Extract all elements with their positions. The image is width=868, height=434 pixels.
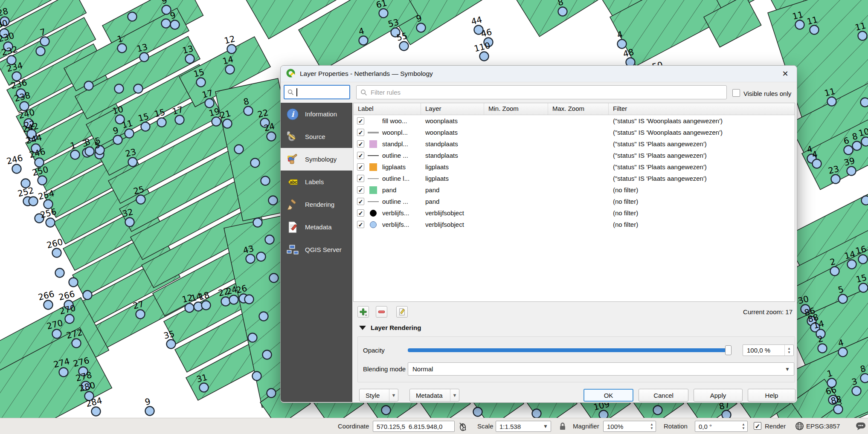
map-point-marker	[186, 55, 195, 64]
spinner-arrows-icon[interactable]: ▲▼	[648, 421, 656, 431]
add-rule-button[interactable]	[357, 306, 369, 318]
information-icon: i	[286, 107, 299, 121]
rule-row[interactable]: ✓pandpand(no filter)	[354, 184, 795, 196]
column-header-label[interactable]: Label	[354, 103, 421, 115]
map-point-marker	[136, 195, 145, 204]
rule-layer: verblijfsobject	[421, 221, 484, 228]
rule-checkbox[interactable]: ✓	[357, 129, 364, 136]
column-header-max-zoom[interactable]: Max. Zoom	[548, 103, 609, 115]
map-point-marker	[417, 23, 426, 32]
spinner-arrows-icon[interactable]: ▲▼	[784, 345, 793, 356]
map-point-marker	[202, 301, 211, 310]
rule-symbol-square-icon	[367, 186, 379, 194]
map-point-marker	[125, 218, 134, 227]
rule-row[interactable]: ✓verblijfs...verblijfsobject(no filter)	[354, 207, 795, 219]
map-point-marker	[858, 32, 867, 41]
rule-filter: (no filter)	[609, 198, 795, 205]
rule-checkbox[interactable]: ✓	[357, 221, 364, 228]
map-point-marker	[38, 176, 47, 185]
map-point-marker	[205, 99, 214, 108]
column-header-min-zoom[interactable]: Min. Zoom	[484, 103, 548, 115]
rule-row[interactable]: ✓outline l...ligplaats("status" IS 'Plaa…	[354, 173, 795, 184]
metadata-button[interactable]: Metadata ▼	[409, 389, 459, 402]
rule-checkbox[interactable]: ✓	[357, 117, 364, 124]
cancel-button[interactable]: Cancel	[639, 389, 688, 402]
remove-rule-button[interactable]	[376, 306, 387, 318]
map-point-marker	[859, 255, 868, 264]
rule-checkbox[interactable]: ✓	[357, 186, 364, 194]
magnifier-spinbox[interactable]: 100% ▲▼	[603, 421, 656, 432]
rule-filter: ("status" IS 'Plaats aangewezen')	[609, 152, 795, 159]
map-point-marker	[852, 387, 861, 396]
rule-checkbox[interactable]: ✓	[357, 163, 364, 171]
rotation-spinbox[interactable]: 0,0 ° ▲▼	[695, 421, 748, 432]
rule-layer: ligplaats	[421, 163, 484, 171]
crs-label[interactable]: EPSG:3857	[806, 422, 840, 430]
rule-checkbox[interactable]: ✓	[357, 209, 364, 217]
map-house-number-label: 10	[857, 126, 868, 138]
scale-combobox[interactable]: 1:1.538 ▼	[496, 421, 551, 432]
map-point-marker	[810, 26, 819, 35]
opacity-slider[interactable]	[408, 348, 730, 352]
chevron-down-icon[interactable]: ▼	[450, 389, 459, 401]
opacity-slider-handle[interactable]	[725, 345, 732, 355]
magnifier-value: 100%	[607, 423, 623, 430]
style-button[interactable]: Style ▼	[359, 389, 398, 402]
spinner-arrows-icon[interactable]: ▲▼	[740, 421, 747, 431]
properties-sidebar: iInformationSourceSymbologyabcLabelsRend…	[281, 103, 352, 402]
rule-row[interactable]: ✓standpl...standplaats("status" IS 'Plaa…	[354, 138, 795, 150]
rule-checkbox[interactable]: ✓	[357, 140, 364, 148]
filter-rules-input[interactable]: Filter rules	[356, 85, 727, 99]
layer-properties-dialog: Layer Properties - Netherlands — Symbolo…	[280, 65, 797, 403]
globe-icon[interactable]	[795, 422, 804, 432]
sidebar-item-metadata[interactable]: Metadata	[281, 216, 352, 238]
rule-checkbox[interactable]: ✓	[357, 198, 364, 205]
rule-checkbox[interactable]: ✓	[357, 152, 364, 159]
sidebar-item-source[interactable]: Source	[281, 125, 352, 148]
dialog-titlebar[interactable]: Layer Properties - Netherlands — Symbolo…	[281, 66, 797, 82]
rule-layer: woonplaats	[421, 117, 484, 124]
options-search-input[interactable]	[284, 85, 350, 99]
rule-label: outline ...	[382, 152, 408, 159]
lock-icon[interactable]	[559, 422, 566, 432]
map-point-marker	[379, 9, 388, 18]
render-checkbox[interactable]: ✓	[754, 422, 761, 430]
rule-row[interactable]: ✓fill woo...woonplaats("status" IS 'Woon…	[354, 115, 795, 127]
rule-checkbox[interactable]: ✓	[357, 175, 364, 182]
sidebar-item-information[interactable]: iInformation	[281, 103, 352, 125]
remove-rule-icon	[377, 308, 386, 316]
mouse-position-icon[interactable]	[458, 422, 467, 433]
close-icon[interactable]: ✕	[779, 69, 792, 78]
rules-table[interactable]: LabelLayerMin. ZoomMax. ZoomFilter ✓fill…	[353, 103, 795, 302]
map-point-marker	[253, 372, 261, 381]
chevron-down-icon[interactable]: ▼	[389, 389, 398, 401]
map-point-marker	[827, 97, 836, 106]
apply-button[interactable]: Apply	[694, 389, 743, 402]
rule-row[interactable]: ✓outline ...pand(no filter)	[354, 196, 795, 207]
edit-rule-button[interactable]	[396, 306, 408, 318]
messages-bubble-icon[interactable]	[856, 422, 866, 433]
sidebar-item-rendering[interactable]: Rendering	[281, 193, 352, 216]
column-header-filter[interactable]: Filter	[609, 103, 795, 115]
map-point-marker	[55, 269, 64, 278]
coordinate-input[interactable]: 570.125,5 6.815.948,0	[373, 421, 455, 432]
rule-row[interactable]: ✓ligplaatsligplaats("status" IS 'Plaats …	[354, 161, 795, 173]
column-header-layer[interactable]: Layer	[421, 103, 484, 115]
sidebar-item-qgis-server[interactable]: QGIS Server	[281, 238, 352, 261]
map-point-marker	[72, 339, 81, 348]
visible-rules-only-checkbox[interactable]	[732, 89, 740, 97]
sidebar-item-symbology[interactable]: Symbology	[281, 148, 352, 171]
opacity-spinbox[interactable]: 100,0 % ▲▼	[743, 344, 794, 356]
rule-row[interactable]: ✓verblijfs...verblijfsobject(no filter)	[354, 219, 795, 230]
rules-table-header[interactable]: LabelLayerMin. ZoomMax. ZoomFilter	[354, 103, 795, 115]
map-point-marker	[830, 267, 839, 276]
map-point-marker	[227, 45, 236, 54]
qgis-server-icon	[286, 243, 299, 257]
rule-row[interactable]: ✓outline ...standplaats("status" IS 'Pla…	[354, 150, 795, 161]
rule-row[interactable]: ✓woonpl...woonplaats("status" IS 'Woonpl…	[354, 127, 795, 138]
sidebar-item-labels[interactable]: abcLabels	[281, 171, 352, 193]
help-button[interactable]: Help	[748, 389, 795, 402]
ok-button[interactable]: OK	[584, 389, 633, 402]
layer-rendering-collapse[interactable]: Layer Rendering	[359, 324, 421, 331]
blending-mode-select[interactable]: Normal ▼	[408, 362, 794, 376]
